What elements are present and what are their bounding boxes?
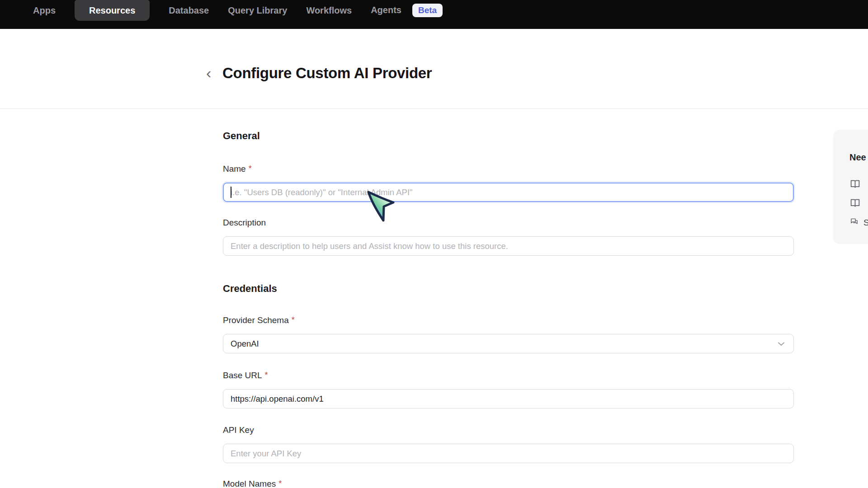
field-description: Description bbox=[223, 217, 794, 256]
field-provider-schema-label: Provider Schema * bbox=[223, 315, 794, 326]
nav-item-query-library[interactable]: Query Library bbox=[228, 5, 287, 16]
field-base-url-label-text: Base URL bbox=[223, 370, 262, 381]
nav-item-agents-label: Agents bbox=[371, 5, 401, 15]
help-link-support[interactable]: S bbox=[849, 217, 868, 229]
field-name-label-text: Name bbox=[223, 164, 246, 174]
help-link-docs-2[interactable] bbox=[849, 197, 868, 211]
required-asterisk: * bbox=[278, 479, 282, 488]
help-link-docs-1[interactable] bbox=[849, 178, 868, 192]
base-url-input[interactable] bbox=[223, 389, 794, 408]
page-title: Configure Custom AI Provider bbox=[222, 64, 432, 82]
name-input-wrap bbox=[223, 183, 794, 202]
chat-icon bbox=[849, 217, 859, 229]
section-heading-general: General bbox=[223, 130, 794, 142]
required-asterisk: * bbox=[265, 370, 268, 380]
api-key-input[interactable] bbox=[223, 444, 794, 463]
nav-item-resources-active[interactable]: Resources bbox=[75, 0, 150, 21]
field-base-url-label: Base URL * bbox=[223, 370, 794, 381]
book-icon bbox=[849, 197, 861, 211]
field-name-label: Name * bbox=[223, 164, 794, 174]
help-link-support-label: S bbox=[863, 218, 868, 228]
name-input[interactable] bbox=[223, 183, 794, 202]
help-panel: Nee bbox=[833, 130, 868, 244]
nav-item-apps[interactable]: Apps bbox=[33, 5, 56, 16]
field-name: Name * bbox=[223, 164, 794, 202]
field-api-key-label-text: API Key bbox=[223, 425, 254, 436]
nav-item-database[interactable]: Database bbox=[169, 5, 209, 16]
top-nav: Apps Resources Database Query Library Wo… bbox=[0, 0, 868, 29]
book-icon bbox=[849, 178, 861, 192]
resource-form: General Name * Description Credentials P… bbox=[223, 108, 794, 488]
field-api-key: API Key bbox=[223, 425, 794, 463]
description-input[interactable] bbox=[223, 236, 794, 256]
text-caret bbox=[231, 187, 231, 198]
beta-badge: Beta bbox=[412, 4, 443, 18]
field-provider-schema-label-text: Provider Schema bbox=[223, 315, 289, 326]
top-nav-items: Apps Resources Database Query Library Wo… bbox=[33, 0, 443, 21]
required-asterisk: * bbox=[249, 164, 252, 174]
provider-schema-selected-value: OpenAI bbox=[231, 339, 259, 349]
field-model-names: Model Names * bbox=[223, 479, 794, 488]
field-provider-schema: Provider Schema * OpenAI bbox=[223, 315, 794, 353]
back-button[interactable]: ‹ bbox=[203, 64, 215, 81]
field-description-label: Description bbox=[223, 217, 794, 228]
field-model-names-label-text: Model Names bbox=[223, 479, 276, 488]
field-description-label-text: Description bbox=[223, 217, 266, 228]
nav-item-agents[interactable]: Agents Beta bbox=[371, 4, 443, 18]
provider-schema-select[interactable]: OpenAI bbox=[223, 334, 794, 353]
help-panel-heading: Nee bbox=[849, 152, 868, 162]
chevron-down-icon bbox=[776, 339, 786, 349]
required-asterisk: * bbox=[292, 315, 295, 325]
section-heading-credentials: Credentials bbox=[223, 283, 794, 295]
field-api-key-label: API Key bbox=[223, 425, 794, 436]
app-window: Apps Resources Database Query Library Wo… bbox=[0, 0, 868, 488]
field-model-names-label: Model Names * bbox=[223, 479, 794, 488]
field-base-url: Base URL * bbox=[223, 370, 794, 408]
nav-item-workflows[interactable]: Workflows bbox=[306, 5, 352, 16]
